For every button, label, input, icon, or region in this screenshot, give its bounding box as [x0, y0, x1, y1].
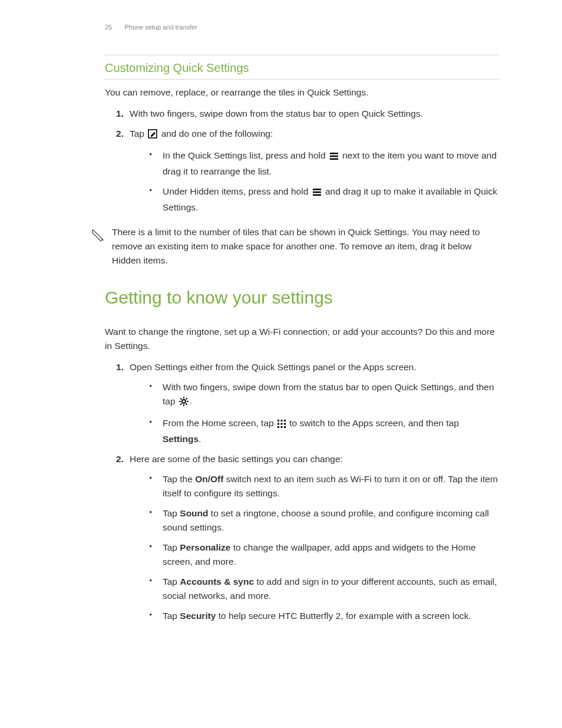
svg-rect-4	[313, 189, 321, 190]
svg-rect-20	[280, 423, 282, 424]
step-text-pre: Tap	[130, 129, 147, 139]
svg-rect-22	[277, 426, 279, 428]
step-1: 1. Open Settings either from the Quick S…	[121, 360, 498, 446]
sub-item: In the Quick Settings list, press and ho…	[159, 149, 498, 179]
drag-handle-icon	[312, 186, 322, 200]
svg-rect-19	[277, 423, 279, 424]
page-header: 25 Phone setup and transfer	[105, 22, 498, 32]
sub-item: From the Home screen, tap to switch to t…	[159, 416, 498, 446]
sub-item: With two fingers, swipe down from the st…	[159, 380, 498, 410]
accounts-sync-label: Accounts & sync	[180, 577, 254, 587]
svg-rect-5	[313, 192, 321, 193]
section-title-getting-to-know: Getting to know your settings	[105, 284, 498, 312]
section2-intro: Want to change the ringtone, set up a Wi…	[105, 325, 498, 353]
personalize-label: Personalize	[180, 542, 230, 552]
section-title-customizing: Customizing Quick Settings	[105, 57, 498, 80]
settings-label: Settings	[163, 434, 199, 444]
edit-icon	[148, 129, 157, 143]
apps-grid-icon	[277, 418, 286, 432]
sub-item: Tap Sound to set a ringtone, choose a so…	[159, 506, 498, 535]
page-number: 25	[105, 24, 112, 31]
section2-steps: 1. Open Settings either from the Quick S…	[105, 360, 498, 623]
step-text: Here are some of the basic settings you …	[130, 454, 343, 464]
svg-rect-1	[330, 153, 338, 154]
svg-point-7	[182, 400, 186, 403]
svg-line-13	[186, 403, 187, 404]
svg-rect-6	[313, 195, 321, 196]
step2-sublist: Tap the On/Off switch next to an item su…	[130, 472, 498, 623]
sound-label: Sound	[180, 508, 208, 518]
svg-rect-3	[330, 159, 338, 160]
step-text-post: and do one of the following:	[161, 129, 273, 139]
sub-item: Tap Accounts & sync to add and sign in t…	[159, 575, 498, 603]
svg-line-14	[180, 403, 181, 404]
svg-rect-2	[330, 156, 338, 157]
svg-rect-18	[284, 420, 286, 421]
svg-rect-23	[280, 426, 282, 428]
svg-line-15	[186, 398, 187, 399]
sub-item: Tap the On/Off switch next to an item su…	[159, 472, 498, 500]
security-label: Security	[180, 611, 216, 621]
svg-rect-24	[284, 426, 286, 428]
drag-handle-icon	[329, 150, 339, 164]
sub-item: Tap Personalize to change the wallpaper,…	[159, 541, 498, 569]
step-2: 2. Here are some of the basic settings y…	[121, 452, 498, 623]
settings-gear-icon	[179, 396, 189, 410]
section1-intro: You can remove, replace, or rearrange th…	[105, 85, 498, 100]
svg-line-12	[180, 398, 181, 399]
step2-sublist: In the Quick Settings list, press and ho…	[130, 149, 498, 215]
step-2: 2. Tap and do one of the following: In t…	[121, 127, 498, 215]
step1-sublist: With two fingers, swipe down from the st…	[130, 380, 498, 446]
svg-rect-17	[280, 420, 282, 421]
sub-item: Tap Security to help secure HTC Butterfl…	[159, 609, 498, 623]
step-text: Open Settings either from the Quick Sett…	[130, 362, 416, 372]
step-1: 1. With two fingers, swipe down from the…	[121, 107, 498, 121]
section1-steps: 1. With two fingers, swipe down from the…	[105, 107, 498, 215]
note-block: There is a limit to the number of tiles …	[91, 225, 498, 268]
svg-rect-16	[277, 420, 279, 421]
onoff-label: On/Off	[195, 474, 223, 484]
pencil-note-icon	[91, 225, 112, 268]
step-text: With two fingers, swipe down from the st…	[130, 108, 423, 118]
note-text: There is a limit to the number of tiles …	[112, 225, 496, 268]
sub-item: Under Hidden items, press and hold and d…	[159, 185, 498, 215]
svg-rect-21	[284, 423, 286, 424]
breadcrumb: Phone setup and transfer	[124, 24, 197, 31]
